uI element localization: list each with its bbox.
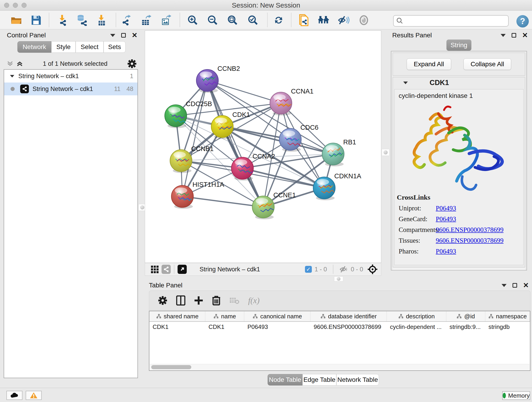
tab-network-table[interactable]: Network Table <box>336 374 379 385</box>
current-network-dot <box>11 87 15 91</box>
column-header-canonical-name[interactable]: canonical name <box>244 311 310 321</box>
table-cell[interactable]: stringdb <box>485 322 530 332</box>
export-network-icon[interactable] <box>120 15 133 26</box>
control-panel-menu-icon[interactable] <box>110 34 115 37</box>
network-node[interactable]: CDC6 <box>279 124 318 152</box>
scrollbar-thumb[interactable] <box>151 365 191 369</box>
crosslink-pharos-link[interactable]: P06493 <box>436 248 456 255</box>
tab-network[interactable]: Network <box>17 41 51 53</box>
column-header-shared-name[interactable]: shared name <box>149 311 205 321</box>
network-node[interactable]: CDK1 <box>211 111 250 139</box>
open-session-icon[interactable] <box>10 15 22 26</box>
table-cell[interactable]: cyclin-dependent ... <box>387 322 446 332</box>
tab-node-table[interactable]: Node Table <box>268 374 302 385</box>
results-horizontal-scrollbar[interactable] <box>393 268 525 270</box>
bottom-splitter-handle[interactable] <box>334 276 343 281</box>
network-node[interactable]: CCNE1 <box>252 191 296 219</box>
selected-nodes-checkbox-icon[interactable]: ✓ <box>305 266 312 273</box>
results-panel-menu-icon[interactable] <box>500 34 506 37</box>
hide-selected-icon[interactable] <box>338 15 350 26</box>
show-all-icon[interactable] <box>358 15 370 26</box>
table-options-gear-icon[interactable] <box>158 296 167 305</box>
table-cell[interactable]: CDK1 <box>205 322 244 332</box>
column-header-database-identifier[interactable]: database identifier <box>310 311 387 321</box>
export-table-icon[interactable] <box>140 15 152 26</box>
tab-string[interactable]: String <box>446 39 472 51</box>
birdseye-grid-icon[interactable] <box>150 265 159 274</box>
crosslink-genecard-link[interactable]: P06493 <box>436 215 456 223</box>
delete-column-icon[interactable] <box>212 295 221 306</box>
network-row-selected[interactable]: String Network – cdk1 11 48 <box>4 83 138 95</box>
network-node[interactable]: CCNA1 <box>270 88 313 115</box>
fit-content-crosshair-icon[interactable] <box>367 264 378 274</box>
crosslink-uniprot-link[interactable]: P06493 <box>436 204 456 212</box>
table-horizontal-scrollbar[interactable] <box>150 364 530 370</box>
close-window-button[interactable] <box>4 3 9 8</box>
crosslink-tissues-link[interactable]: 9606.ENSP00000378699 <box>436 237 504 244</box>
cloud-status-button[interactable] <box>6 391 22 400</box>
save-session-icon[interactable] <box>30 15 42 26</box>
crosslink-compartments-link[interactable]: 9606.ENSP00000378699 <box>436 226 504 234</box>
table-cell[interactable]: stringdb:9... <box>446 322 485 332</box>
import-network-icon[interactable] <box>56 15 68 26</box>
help-button[interactable]: ? <box>516 15 529 27</box>
results-panel-float-icon[interactable] <box>512 33 516 38</box>
results-panel-close-icon[interactable]: ✕ <box>522 32 528 39</box>
warning-status-button[interactable] <box>26 391 42 400</box>
export-image-icon[interactable] <box>160 15 172 26</box>
add-column-icon[interactable] <box>194 295 203 306</box>
table-panel-menu-icon[interactable] <box>501 284 507 287</box>
search-input[interactable] <box>405 17 504 25</box>
table-panel-float-icon[interactable] <box>513 283 517 288</box>
network-share-icon[interactable] <box>162 265 171 274</box>
show-columns-icon[interactable] <box>176 295 185 306</box>
column-header-description[interactable]: description <box>387 311 446 321</box>
network-collection-row[interactable]: String Network – cdk1 1 <box>4 70 138 83</box>
network-edge[interactable] <box>182 80 207 196</box>
zoom-selected-icon[interactable] <box>247 15 259 26</box>
expand-all-button[interactable]: Expand All <box>407 58 451 70</box>
collection-expand-icon[interactable] <box>10 75 14 77</box>
table-row[interactable]: CDK1CDK1P064939606.ENSP00000378699cyclin… <box>149 322 530 332</box>
import-network-database-icon[interactable] <box>76 15 88 26</box>
table-cell[interactable]: 9606.ENSP00000378699 <box>310 322 387 332</box>
network-canvas[interactable]: CCNB2CCNA1CDC25BCDK1CDC6RB1CCNB1CCNA2CDK… <box>145 31 381 263</box>
column-header-namespace[interactable]: namespace <box>485 311 530 321</box>
network-node[interactable]: RB1 <box>322 138 356 166</box>
control-panel-float-icon[interactable] <box>121 33 126 38</box>
network-node[interactable]: CCNB1 <box>170 145 214 173</box>
expand-all-icon[interactable] <box>17 61 23 67</box>
search-field[interactable] <box>393 15 509 27</box>
network-edge[interactable] <box>242 168 324 188</box>
zoom-out-icon[interactable] <box>207 15 219 26</box>
tab-edge-table[interactable]: Edge Table <box>302 374 336 385</box>
hidden-eye-slash-icon[interactable] <box>339 266 348 273</box>
tab-sets[interactable]: Sets <box>104 41 126 53</box>
zoom-window-button[interactable] <box>22 3 27 8</box>
table-cell[interactable]: CDK1 <box>149 322 205 332</box>
node-card-collapse-icon[interactable] <box>403 81 408 84</box>
network-node[interactable]: HIST1H1A <box>171 181 224 209</box>
tab-select[interactable]: Select <box>76 41 104 53</box>
network-node[interactable]: CDKN1A <box>313 172 361 200</box>
open-in-window-icon[interactable] <box>177 265 187 274</box>
control-panel-close-icon[interactable]: ✕ <box>132 32 138 39</box>
table-panel-close-icon[interactable]: ✕ <box>523 282 529 289</box>
network-edge[interactable] <box>182 196 263 207</box>
table-cell[interactable]: P06493 <box>244 322 310 332</box>
refresh-icon[interactable] <box>273 15 285 26</box>
column-header--id[interactable]: @id <box>446 311 485 321</box>
column-header-name[interactable]: name <box>205 311 244 321</box>
memory-button[interactable]: Memory <box>502 391 530 400</box>
zoom-in-icon[interactable] <box>187 15 199 26</box>
share-session-file-icon[interactable] <box>298 15 309 26</box>
collapse-all-button[interactable]: Collapse All <box>463 58 511 70</box>
network-edge[interactable] <box>207 80 281 103</box>
import-table-icon[interactable] <box>96 15 108 26</box>
network-home-icon[interactable] <box>317 15 329 26</box>
minimize-window-button[interactable] <box>13 3 18 8</box>
zoom-fit-icon[interactable] <box>227 15 239 26</box>
tab-style[interactable]: Style <box>51 41 76 53</box>
network-options-gear-icon[interactable] <box>127 59 137 68</box>
collapse-all-icon[interactable] <box>7 61 13 67</box>
